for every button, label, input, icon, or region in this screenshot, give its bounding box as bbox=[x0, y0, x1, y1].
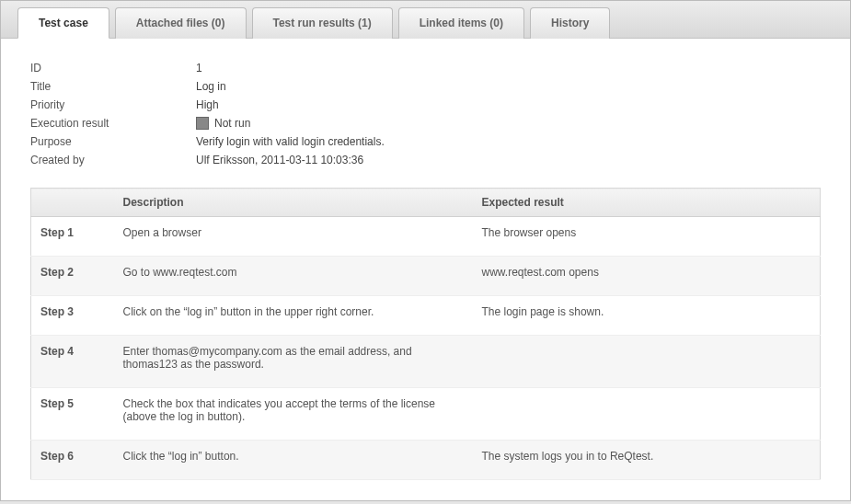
table-header-row: Description Expected result bbox=[31, 189, 821, 217]
col-expected: Expected result bbox=[473, 189, 821, 217]
steps-table: Description Expected result Step 1 Open … bbox=[30, 188, 821, 480]
cell-description: Open a browser bbox=[114, 217, 473, 257]
field-execution-value: Not run bbox=[196, 117, 250, 130]
cell-step: Step 5 bbox=[31, 388, 114, 441]
field-createdby-label: Created by bbox=[30, 154, 196, 166]
field-title-value: Log in bbox=[196, 80, 226, 93]
cell-description: Enter thomas@mycompany.com as the email … bbox=[114, 336, 473, 388]
cell-description: Check the box that indicates you accept … bbox=[114, 388, 473, 441]
field-title-label: Title bbox=[30, 80, 196, 93]
field-created-by: Created by Ulf Eriksson, 2011-03-11 10:0… bbox=[30, 151, 821, 169]
field-purpose-label: Purpose bbox=[30, 135, 196, 148]
cell-description: Go to www.reqtest.com bbox=[114, 257, 473, 296]
cell-step: Step 1 bbox=[31, 217, 114, 257]
cell-description: Click the “log in” button. bbox=[114, 441, 473, 480]
table-row: Step 5 Check the box that indicates you … bbox=[31, 388, 821, 441]
cell-expected: The system logs you in to ReQtest. bbox=[473, 441, 821, 480]
status-notrun-icon bbox=[196, 117, 209, 130]
col-description: Description bbox=[114, 189, 473, 217]
tab-test-run-results[interactable]: Test run results (1) bbox=[252, 7, 393, 39]
field-title: Title Log in bbox=[30, 77, 821, 96]
field-createdby-value: Ulf Eriksson, 2011-03-11 10:03:36 bbox=[196, 154, 363, 166]
cell-expected: The login page is shown. bbox=[473, 296, 821, 336]
tab-bar: Test case Attached files (0) Test run re… bbox=[1, 1, 850, 39]
field-execution-text: Not run bbox=[214, 117, 250, 130]
table-row: Step 1 Open a browser The browser opens bbox=[31, 217, 821, 257]
field-priority: Priority High bbox=[30, 96, 821, 114]
field-list: ID 1 Title Log in Priority High Executio… bbox=[30, 59, 821, 169]
tab-history[interactable]: History bbox=[530, 7, 610, 39]
table-row: Step 3 Click on the “log in” button in t… bbox=[31, 296, 821, 336]
cell-expected bbox=[473, 336, 821, 388]
cell-expected: The browser opens bbox=[473, 217, 821, 257]
test-case-panel: Test case Attached files (0) Test run re… bbox=[0, 0, 851, 501]
table-row: Step 6 Click the “log in” button. The sy… bbox=[31, 441, 821, 480]
field-id: ID 1 bbox=[30, 59, 821, 77]
cell-step: Step 3 bbox=[31, 296, 114, 336]
field-execution-result: Execution result Not run bbox=[30, 114, 821, 132]
cell-expected bbox=[473, 388, 821, 441]
field-priority-value: High bbox=[196, 98, 219, 111]
cell-step: Step 2 bbox=[31, 257, 114, 296]
table-row: Step 4 Enter thomas@mycompany.com as the… bbox=[31, 336, 821, 388]
field-id-label: ID bbox=[30, 62, 196, 74]
tab-attached-files[interactable]: Attached files (0) bbox=[115, 7, 247, 39]
table-row: Step 2 Go to www.reqtest.com www.reqtest… bbox=[31, 257, 821, 296]
cell-description: Click on the “log in” button in the uppe… bbox=[114, 296, 473, 336]
cell-step: Step 6 bbox=[31, 441, 114, 480]
field-priority-label: Priority bbox=[30, 98, 196, 111]
tab-test-case[interactable]: Test case bbox=[17, 7, 109, 39]
tab-linked-items[interactable]: Linked items (0) bbox=[398, 7, 524, 39]
field-execution-label: Execution result bbox=[30, 117, 196, 130]
cell-expected: www.reqtest.com opens bbox=[473, 257, 821, 296]
cell-step: Step 4 bbox=[31, 336, 114, 388]
field-id-value: 1 bbox=[196, 62, 202, 74]
field-purpose-value: Verify login with valid login credential… bbox=[196, 135, 385, 148]
table-body: Step 1 Open a browser The browser opens … bbox=[31, 217, 821, 480]
field-purpose: Purpose Verify login with valid login cr… bbox=[30, 132, 821, 151]
content-area: ID 1 Title Log in Priority High Executio… bbox=[1, 39, 850, 500]
col-step bbox=[31, 189, 114, 217]
